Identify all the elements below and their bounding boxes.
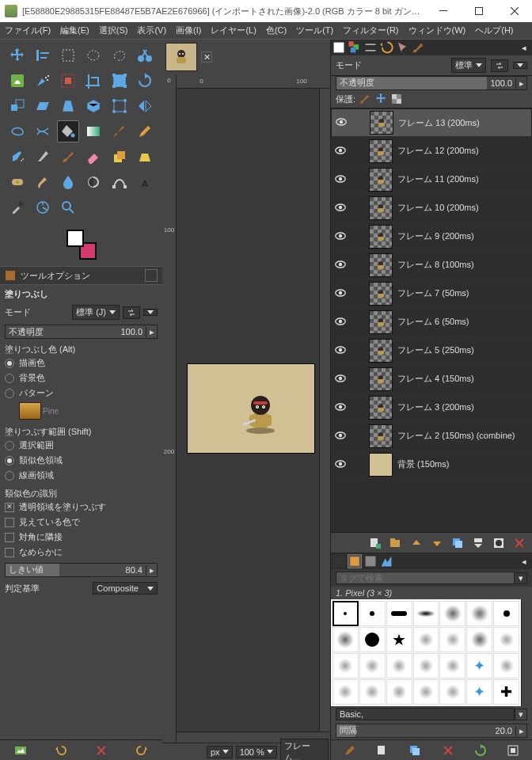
- layer-visibility-icon[interactable]: [334, 173, 348, 187]
- layer-link-icon[interactable]: [353, 230, 364, 244]
- layer-visibility-icon[interactable]: [334, 372, 348, 386]
- brush-tab-brushes[interactable]: [348, 554, 362, 568]
- mask-button[interactable]: [492, 537, 505, 549]
- brush-tab-options[interactable]: [332, 554, 346, 568]
- tool-airbrush[interactable]: [6, 146, 28, 168]
- lock-position-icon[interactable]: [374, 93, 387, 105]
- delete-icon[interactable]: [95, 744, 108, 757]
- tab-undo-history[interactable]: [379, 40, 393, 55]
- brush-search-input[interactable]: [336, 572, 515, 584]
- layer-visibility-icon[interactable]: [334, 429, 348, 443]
- ruler-horizontal[interactable]: 0100: [177, 74, 330, 89]
- canvas[interactable]: [177, 89, 319, 732]
- tool-3d-transform[interactable]: [82, 95, 104, 117]
- tool-rect-select[interactable]: [57, 44, 79, 66]
- menu-help[interactable]: ヘルプ(H): [470, 23, 518, 38]
- window-close-button[interactable]: [496, 0, 532, 22]
- pattern-chip[interactable]: [19, 402, 41, 420]
- layer-row[interactable]: フレーム 8 (100ms): [331, 251, 532, 279]
- brush-tab-gradients[interactable]: [379, 554, 393, 568]
- merge-down-button[interactable]: [472, 537, 484, 549]
- tool-path[interactable]: [108, 171, 131, 193]
- layer-opacity-slider[interactable]: 不透明度 100.0▸: [336, 76, 527, 90]
- tool-fuzzy-select[interactable]: [32, 70, 54, 92]
- tool-handle-transform[interactable]: [108, 95, 131, 117]
- lower-layer-button[interactable]: [431, 537, 443, 549]
- layer-visibility-icon[interactable]: [334, 344, 348, 358]
- brush-grid[interactable]: ★ ✦ ✦: [331, 599, 521, 706]
- tool-by-color-select[interactable]: [57, 70, 79, 92]
- undo-icon[interactable]: [55, 744, 67, 757]
- layer-visibility-icon[interactable]: [335, 116, 349, 130]
- layer-row[interactable]: フレーム 4 (150ms): [331, 365, 532, 393]
- mode-select[interactable]: 標準 (J): [72, 305, 120, 320]
- fill-bg-radio[interactable]: [5, 374, 14, 383]
- tool-eraser[interactable]: [82, 146, 104, 168]
- foreground-color-swatch[interactable]: [66, 230, 84, 247]
- tool-free-select[interactable]: [108, 44, 131, 66]
- delete-layer-button[interactable]: [513, 537, 526, 549]
- window-maximize-button[interactable]: [461, 0, 496, 22]
- tool-unified-transform[interactable]: [108, 70, 131, 92]
- layer-row[interactable]: 背景 (150ms): [331, 450, 532, 479]
- tool-align[interactable]: [32, 44, 54, 66]
- tool-smudge[interactable]: [32, 171, 54, 193]
- layer-link-icon[interactable]: [353, 315, 364, 329]
- dock-menu-button[interactable]: ◂: [517, 40, 531, 55]
- brush-duplicate-button[interactable]: [408, 744, 421, 757]
- scrollbar-vertical[interactable]: [319, 89, 330, 732]
- check-antialias[interactable]: [5, 548, 14, 557]
- brush-scrollbar[interactable]: [521, 599, 532, 706]
- brush-delete-button[interactable]: [442, 744, 454, 757]
- layer-visibility-icon[interactable]: [334, 401, 348, 415]
- tool-ellipse-select[interactable]: [82, 44, 104, 66]
- layer-row[interactable]: フレーム 10 (200ms): [331, 194, 532, 222]
- menu-edit[interactable]: 編集(E): [55, 23, 94, 38]
- layer-visibility-icon[interactable]: [334, 258, 348, 272]
- layer-link-icon[interactable]: [353, 429, 364, 443]
- menu-layer[interactable]: レイヤー(L): [206, 23, 260, 38]
- new-layer-button[interactable]: [369, 537, 382, 549]
- tool-foreground-select[interactable]: [6, 70, 28, 92]
- menu-colors[interactable]: 色(C): [261, 23, 291, 38]
- tool-paintbrush[interactable]: [108, 120, 131, 142]
- raise-layer-button[interactable]: [410, 537, 423, 549]
- check-sample-merged[interactable]: [5, 518, 14, 527]
- tab-brushes[interactable]: [411, 40, 425, 55]
- status-unit-select[interactable]: px: [207, 746, 233, 758]
- layer-row[interactable]: フレーム 5 (250ms): [331, 336, 532, 365]
- criteria-select[interactable]: Composite: [93, 582, 158, 595]
- brush-asfile-button[interactable]: [507, 744, 519, 757]
- layer-visibility-icon[interactable]: [334, 458, 348, 472]
- menu-windows[interactable]: ウィンドウ(W): [404, 23, 471, 38]
- lock-pixels-icon[interactable]: [359, 93, 371, 105]
- tool-zoom[interactable]: [57, 196, 79, 218]
- layer-row[interactable]: フレーム 7 (50ms): [331, 279, 532, 308]
- tool-pencil[interactable]: [134, 120, 156, 142]
- brush-tab-patterns[interactable]: [363, 554, 378, 568]
- menu-filters[interactable]: フィルター(R): [338, 23, 403, 38]
- tool-perspective-clone[interactable]: [134, 146, 156, 168]
- tool-mypaint-brush[interactable]: [57, 146, 79, 168]
- tool-shear[interactable]: [32, 95, 54, 117]
- layer-link-icon[interactable]: [354, 116, 365, 130]
- layer-link-icon[interactable]: [353, 201, 364, 215]
- fill-pattern-radio[interactable]: [5, 389, 14, 398]
- tool-clone[interactable]: [108, 146, 131, 168]
- menu-image[interactable]: 画像(I): [171, 23, 206, 38]
- ruler-vertical[interactable]: 0100200: [162, 74, 177, 743]
- tool-color-picker[interactable]: [6, 196, 28, 218]
- check-fill-transparent[interactable]: [5, 503, 14, 512]
- brush-new-button[interactable]: [376, 744, 389, 757]
- check-diagonal[interactable]: [5, 533, 14, 542]
- layer-mode-extra[interactable]: [513, 62, 527, 69]
- layer-link-icon[interactable]: [353, 372, 364, 386]
- document-tab-close[interactable]: ✕: [201, 51, 212, 63]
- area-selection-radio[interactable]: [5, 441, 14, 450]
- layer-link-icon[interactable]: [353, 344, 364, 358]
- tool-rotate[interactable]: [134, 70, 156, 92]
- tool-blur-sharpen[interactable]: [57, 171, 79, 193]
- mode-extra-button[interactable]: [143, 309, 158, 316]
- layer-link-icon[interactable]: [353, 458, 364, 472]
- brush-dock-menu[interactable]: ◂: [517, 554, 531, 568]
